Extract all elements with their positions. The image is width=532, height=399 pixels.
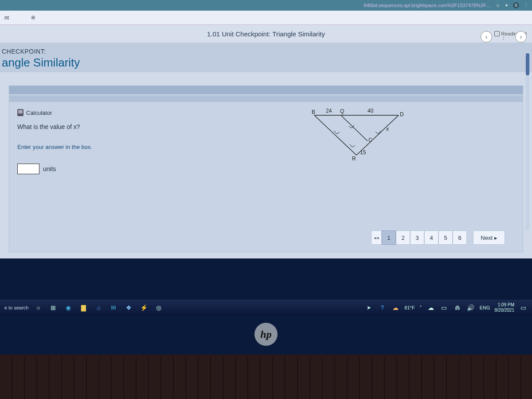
triangle-diagram: B Q D C R 24 40 15 x	[310, 106, 407, 168]
svg-line-3	[341, 115, 368, 141]
time-label: 1:09 PM	[495, 302, 515, 308]
nav-next-button[interactable]: ›	[515, 31, 527, 43]
decorative-band-2	[9, 95, 523, 102]
question-card: Calculator What is the value of x? Enter…	[9, 102, 523, 252]
nav-menu-dots-icon[interactable]: ⋮	[500, 33, 507, 41]
pager-page-4[interactable]: 4	[424, 231, 438, 245]
nav-arrows: ‹ ⋮ ›	[481, 31, 527, 43]
volume-icon[interactable]: 🔊	[466, 303, 475, 312]
vertex-B: B	[312, 109, 315, 115]
chrome-icon[interactable]: ◎	[154, 303, 163, 312]
answer-row: units	[17, 164, 515, 174]
checkpoint-header: CHECKPOINT: angle Similarity	[0, 43, 532, 72]
tab-prefix-text: nt	[4, 15, 9, 21]
vertex-D: D	[400, 111, 404, 117]
vertical-scrollbar[interactable]	[526, 53, 529, 231]
scrollbar-thumb[interactable]	[526, 53, 529, 75]
pager-page-1[interactable]: 1	[382, 231, 396, 245]
content-wrap: Calculator What is the value of x? Enter…	[0, 72, 532, 258]
answer-input[interactable]	[17, 164, 39, 174]
toolbar-row: nt ≡	[0, 11, 532, 25]
bookmark-star-icon[interactable]: ☆	[496, 3, 500, 8]
dropbox-icon[interactable]: ❖	[124, 303, 133, 312]
calculator-button[interactable]: Calculator	[17, 109, 515, 116]
weather-icon[interactable]: ☁	[391, 303, 400, 312]
length-x: x	[386, 126, 389, 132]
extension-icon[interactable]: ✦	[505, 3, 509, 8]
battery-icon[interactable]: ▭	[440, 303, 449, 312]
edge-icon[interactable]: ◉	[64, 303, 73, 312]
svg-line-1	[314, 115, 356, 155]
units-label: units	[43, 165, 56, 172]
question-prompt: What is the value of x?	[17, 123, 515, 130]
task-view-icon[interactable]: ⊞	[49, 303, 58, 312]
mail-icon[interactable]: ✉	[109, 303, 118, 312]
assessment-title: 1.01 Unit Checkpoint: Triangle Similarit…	[207, 30, 325, 38]
laptop-keyboard	[0, 355, 532, 399]
winamp-icon[interactable]: ⚡	[139, 303, 148, 312]
question-instruction: Enter your answer in the box.	[17, 144, 515, 150]
calculator-label: Calculator	[26, 110, 52, 116]
profile-icon[interactable]: S	[513, 2, 519, 8]
checkpoint-label: CHECKPOINT:	[2, 48, 530, 55]
pager-rewind-button[interactable]: ◂◂	[371, 231, 382, 245]
url-text: 846bd.sequences.api.brightspace.com%2F15…	[4, 3, 491, 8]
calculator-icon	[17, 109, 23, 116]
decorative-band	[9, 86, 523, 94]
length-RC: 15	[360, 149, 366, 156]
vertex-R: R	[352, 156, 356, 162]
notifications-icon[interactable]: ▭	[519, 303, 528, 312]
browser-address-bar: 846bd.sequences.api.brightspace.com%2F15…	[0, 0, 532, 11]
wifi-icon[interactable]: ⋒	[453, 303, 462, 312]
store-icon[interactable]: ⌂	[94, 303, 103, 312]
pager-next-button[interactable]: Next ▸	[473, 231, 505, 245]
length-QD: 40	[368, 108, 374, 114]
nav-prev-button[interactable]: ‹	[481, 31, 492, 43]
assessment-title-bar: 1.01 Unit Checkpoint: Triangle Similarit…	[0, 25, 532, 43]
pager-page-3[interactable]: 3	[410, 231, 424, 245]
cursor-icon[interactable]: ➤	[364, 303, 373, 312]
browser-menu-icon[interactable]: ⋮	[524, 3, 528, 8]
file-explorer-icon[interactable]: ▇	[79, 303, 88, 312]
checkpoint-title: angle Similarity	[2, 56, 530, 70]
tray-chevron-icon[interactable]: ˄	[419, 305, 422, 311]
onedrive-icon[interactable]: ☁	[426, 303, 435, 312]
vertex-Q: Q	[340, 108, 344, 114]
length-BQ: 24	[326, 108, 332, 114]
help-icon[interactable]: ?	[378, 303, 387, 312]
pager-page-6[interactable]: 6	[453, 231, 467, 245]
question-pager: ◂◂ 1 2 3 4 5 6 Next ▸	[371, 231, 505, 245]
pager-page-2[interactable]: 2	[396, 231, 410, 245]
hp-logo: hp	[254, 323, 278, 346]
date-label: 8/20/2021	[495, 308, 515, 313]
cortana-icon[interactable]: ○	[34, 303, 43, 312]
hamburger-icon[interactable]: ≡	[31, 14, 35, 22]
clock[interactable]: 1:09 PM 8/20/2021	[495, 302, 515, 313]
vertex-C: C	[368, 137, 372, 143]
language-label[interactable]: ENG	[480, 305, 490, 310]
pager-page-5[interactable]: 5	[438, 231, 453, 245]
system-tray: ➤ ? ☁ 81°F ˄ ☁ ▭ ⋒ 🔊 ENG 1:09 PM 8/20/20…	[364, 302, 528, 313]
temperature-label[interactable]: 81°F	[404, 305, 415, 310]
taskbar-search-text[interactable]: e to search	[4, 305, 28, 310]
windows-taskbar: e to search ○ ⊞ ◉ ▇ ⌂ ✉ ❖ ⚡ ◎ ➤ ? ☁ 81°F…	[0, 300, 532, 316]
